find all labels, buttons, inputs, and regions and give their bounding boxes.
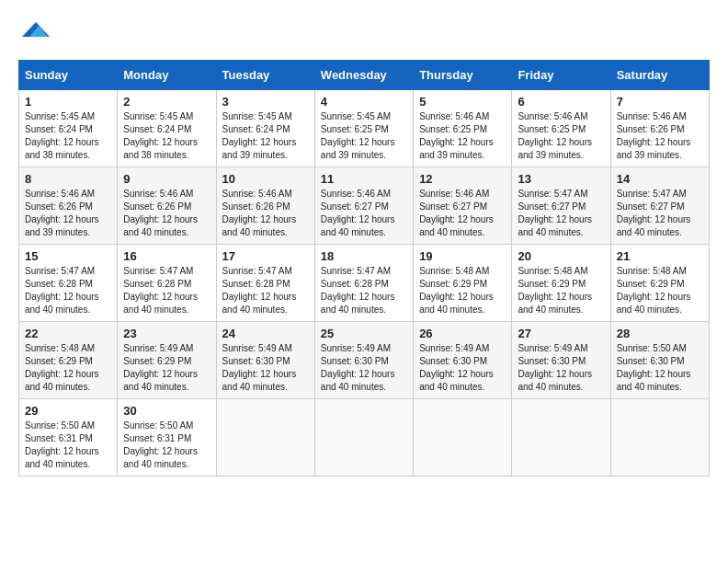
calendar-cell: 26 Sunrise: 5:49 AM Sunset: 6:30 PM Dayl… (414, 322, 512, 399)
day-number: 9 (123, 172, 210, 186)
calendar-cell: 7 Sunrise: 5:46 AM Sunset: 6:26 PM Dayli… (610, 90, 709, 167)
day-number: 3 (222, 95, 309, 109)
day-number: 17 (222, 249, 309, 263)
calendar-cell: 16 Sunrise: 5:47 AM Sunset: 6:28 PM Dayl… (118, 245, 216, 322)
cell-text: Sunrise: 5:46 AM Sunset: 6:25 PM Dayligh… (518, 110, 604, 162)
calendar-cell: 20 Sunrise: 5:48 AM Sunset: 6:29 PM Dayl… (512, 245, 610, 322)
calendar-cell: 30 Sunrise: 5:50 AM Sunset: 6:31 PM Dayl… (118, 399, 216, 477)
day-number: 10 (222, 172, 309, 186)
cell-text: Sunrise: 5:45 AM Sunset: 6:24 PM Dayligh… (25, 110, 111, 162)
calendar-cell: 15 Sunrise: 5:47 AM Sunset: 6:28 PM Dayl… (19, 245, 118, 322)
calendar-cell (610, 399, 709, 477)
day-number: 30 (123, 404, 210, 418)
calendar-cell: 4 Sunrise: 5:45 AM Sunset: 6:25 PM Dayli… (314, 90, 413, 167)
header-friday: Friday (512, 61, 610, 90)
calendar-cell: 29 Sunrise: 5:50 AM Sunset: 6:31 PM Dayl… (19, 399, 118, 477)
header-thursday: Thursday (414, 61, 512, 90)
calendar-cell (512, 399, 610, 477)
calendar-cell (414, 399, 512, 477)
day-number: 13 (518, 172, 604, 186)
day-number: 29 (25, 404, 111, 418)
day-number: 25 (321, 327, 407, 340)
cell-text: Sunrise: 5:49 AM Sunset: 6:30 PM Dayligh… (222, 342, 309, 394)
calendar-cell (216, 399, 314, 477)
calendar-week-row: 29 Sunrise: 5:50 AM Sunset: 6:31 PM Dayl… (19, 399, 710, 477)
cell-text: Sunrise: 5:46 AM Sunset: 6:27 PM Dayligh… (321, 188, 407, 239)
calendar-cell: 27 Sunrise: 5:49 AM Sunset: 6:30 PM Dayl… (512, 322, 610, 399)
day-number: 21 (617, 249, 703, 263)
calendar-cell: 1 Sunrise: 5:45 AM Sunset: 6:24 PM Dayli… (19, 90, 118, 167)
calendar-cell: 24 Sunrise: 5:49 AM Sunset: 6:30 PM Dayl… (216, 322, 314, 399)
calendar-cell: 21 Sunrise: 5:48 AM Sunset: 6:29 PM Dayl… (610, 245, 709, 322)
day-number: 1 (25, 95, 111, 109)
day-number: 20 (518, 249, 604, 263)
cell-text: Sunrise: 5:47 AM Sunset: 6:27 PM Dayligh… (617, 188, 703, 239)
calendar-cell: 2 Sunrise: 5:45 AM Sunset: 6:24 PM Dayli… (118, 90, 216, 167)
calendar-cell: 22 Sunrise: 5:48 AM Sunset: 6:29 PM Dayl… (19, 322, 118, 399)
day-number: 12 (419, 172, 506, 186)
day-number: 16 (123, 249, 210, 263)
cell-text: Sunrise: 5:49 AM Sunset: 6:30 PM Dayligh… (419, 342, 506, 394)
cell-text: Sunrise: 5:49 AM Sunset: 6:30 PM Dayligh… (321, 342, 407, 394)
cell-text: Sunrise: 5:48 AM Sunset: 6:29 PM Dayligh… (25, 342, 111, 394)
header-wednesday: Wednesday (314, 61, 413, 90)
cell-text: Sunrise: 5:46 AM Sunset: 6:26 PM Dayligh… (617, 110, 703, 162)
day-number: 18 (321, 249, 407, 263)
calendar-cell: 12 Sunrise: 5:46 AM Sunset: 6:27 PM Dayl… (414, 167, 512, 245)
calendar-cell: 28 Sunrise: 5:50 AM Sunset: 6:30 PM Dayl… (610, 322, 709, 399)
calendar-cell (314, 399, 413, 477)
cell-text: Sunrise: 5:48 AM Sunset: 6:29 PM Dayligh… (419, 265, 506, 316)
day-number: 27 (518, 327, 604, 340)
cell-text: Sunrise: 5:45 AM Sunset: 6:25 PM Dayligh… (321, 110, 407, 162)
day-number: 6 (518, 95, 604, 109)
day-number: 14 (617, 172, 703, 186)
day-number: 7 (617, 95, 703, 109)
cell-text: Sunrise: 5:47 AM Sunset: 6:28 PM Dayligh… (321, 265, 407, 316)
day-number: 4 (321, 95, 407, 109)
cell-text: Sunrise: 5:46 AM Sunset: 6:26 PM Dayligh… (123, 188, 210, 239)
logo (18, 18, 50, 45)
cell-text: Sunrise: 5:45 AM Sunset: 6:24 PM Dayligh… (123, 110, 210, 162)
cell-text: Sunrise: 5:46 AM Sunset: 6:26 PM Dayligh… (25, 188, 111, 239)
cell-text: Sunrise: 5:50 AM Sunset: 6:30 PM Dayligh… (617, 342, 703, 394)
day-number: 26 (419, 327, 506, 340)
cell-text: Sunrise: 5:46 AM Sunset: 6:26 PM Dayligh… (222, 188, 309, 239)
day-number: 28 (617, 327, 703, 340)
cell-text: Sunrise: 5:46 AM Sunset: 6:27 PM Dayligh… (419, 188, 506, 239)
calendar-cell: 11 Sunrise: 5:46 AM Sunset: 6:27 PM Dayl… (314, 167, 413, 245)
day-number: 2 (123, 95, 210, 109)
calendar-cell: 3 Sunrise: 5:45 AM Sunset: 6:24 PM Dayli… (216, 90, 314, 167)
cell-text: Sunrise: 5:47 AM Sunset: 6:27 PM Dayligh… (518, 188, 604, 239)
calendar-cell: 14 Sunrise: 5:47 AM Sunset: 6:27 PM Dayl… (610, 167, 709, 245)
header-sunday: Sunday (19, 61, 118, 90)
cell-text: Sunrise: 5:50 AM Sunset: 6:31 PM Dayligh… (123, 419, 210, 471)
cell-text: Sunrise: 5:45 AM Sunset: 6:24 PM Dayligh… (222, 110, 309, 162)
calendar-week-row: 8 Sunrise: 5:46 AM Sunset: 6:26 PM Dayli… (19, 167, 710, 245)
calendar-week-row: 15 Sunrise: 5:47 AM Sunset: 6:28 PM Dayl… (19, 245, 710, 322)
header-saturday: Saturday (610, 61, 709, 90)
logo-icon (22, 18, 50, 40)
header (18, 18, 710, 45)
cell-text: Sunrise: 5:47 AM Sunset: 6:28 PM Dayligh… (123, 265, 210, 316)
cell-text: Sunrise: 5:49 AM Sunset: 6:29 PM Dayligh… (123, 342, 210, 394)
day-number: 19 (419, 249, 506, 263)
calendar-cell: 10 Sunrise: 5:46 AM Sunset: 6:26 PM Dayl… (216, 167, 314, 245)
calendar-cell: 17 Sunrise: 5:47 AM Sunset: 6:28 PM Dayl… (216, 245, 314, 322)
cell-text: Sunrise: 5:47 AM Sunset: 6:28 PM Dayligh… (25, 265, 111, 316)
calendar-cell: 13 Sunrise: 5:47 AM Sunset: 6:27 PM Dayl… (512, 167, 610, 245)
calendar-cell: 8 Sunrise: 5:46 AM Sunset: 6:26 PM Dayli… (19, 167, 118, 245)
header-monday: Monday (118, 61, 216, 90)
day-number: 8 (25, 172, 111, 186)
day-number: 24 (222, 327, 309, 340)
cell-text: Sunrise: 5:46 AM Sunset: 6:25 PM Dayligh… (419, 110, 506, 162)
cell-text: Sunrise: 5:48 AM Sunset: 6:29 PM Dayligh… (617, 265, 703, 316)
calendar-week-row: 1 Sunrise: 5:45 AM Sunset: 6:24 PM Dayli… (19, 90, 710, 167)
day-number: 11 (321, 172, 407, 186)
calendar-table: SundayMondayTuesdayWednesdayThursdayFrid… (18, 60, 710, 477)
calendar-cell: 25 Sunrise: 5:49 AM Sunset: 6:30 PM Dayl… (314, 322, 413, 399)
day-number: 22 (25, 327, 111, 340)
calendar-header-row: SundayMondayTuesdayWednesdayThursdayFrid… (19, 61, 710, 90)
calendar-week-row: 22 Sunrise: 5:48 AM Sunset: 6:29 PM Dayl… (19, 322, 710, 399)
calendar-cell: 23 Sunrise: 5:49 AM Sunset: 6:29 PM Dayl… (118, 322, 216, 399)
calendar-cell: 6 Sunrise: 5:46 AM Sunset: 6:25 PM Dayli… (512, 90, 610, 167)
